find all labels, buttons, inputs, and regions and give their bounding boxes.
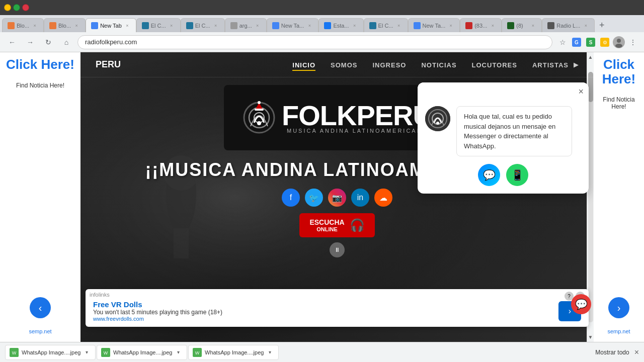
tab-close-12[interactable]: × xyxy=(529,22,536,29)
tab-8[interactable]: Esta... × xyxy=(318,18,363,32)
tab-favicon-12 xyxy=(507,22,514,29)
extension-icon-3[interactable]: ⚙ xyxy=(599,36,611,48)
svg-rect-19 xyxy=(255,109,264,111)
tab-3-active[interactable]: New Tab × xyxy=(86,18,136,32)
nav-noticias-anchor[interactable]: NOTICIAS xyxy=(421,61,456,69)
nav-somos-anchor[interactable]: SOMOS xyxy=(331,61,357,69)
tab-close-8[interactable]: × xyxy=(351,22,358,29)
right-semp-link[interactable]: semp.net xyxy=(607,328,630,334)
extension-icon-1[interactable]: G xyxy=(571,36,583,48)
facebook-icon[interactable]: f xyxy=(282,189,300,207)
nav-artistas-anchor[interactable]: ARTISTAS xyxy=(532,61,569,69)
tab-10[interactable]: New Ta... × xyxy=(408,18,460,32)
tab-label-9: El C... xyxy=(378,23,393,29)
left-semp-link[interactable]: semp.net xyxy=(29,328,51,334)
tab-close-9[interactable]: × xyxy=(395,22,403,29)
tab-5[interactable]: El C... × xyxy=(181,18,225,32)
download-item-1[interactable]: W WhatsApp Image....jpeg ▾ xyxy=(5,345,96,360)
download-item-2[interactable]: W WhatsApp Image....jpeg ▾ xyxy=(97,345,187,360)
refresh-button[interactable]: ↻ xyxy=(41,35,55,49)
nav-inicio-anchor[interactable]: INICIO xyxy=(292,61,315,71)
chat-close-button[interactable]: × xyxy=(578,86,584,97)
chat-action-buttons: 💬 📱 xyxy=(425,164,581,186)
linkedin-icon[interactable]: in xyxy=(351,189,369,207)
right-click-here[interactable]: Click Here! xyxy=(599,57,639,86)
nav-more-button[interactable]: ▶ xyxy=(574,61,579,68)
pause-button[interactable]: ⏸ xyxy=(330,242,345,257)
tab-close-1[interactable]: × xyxy=(31,22,38,29)
tab-13[interactable]: Radio L... × xyxy=(542,18,595,32)
ad-description-text: You won't last 5 minutes playing this ga… xyxy=(93,309,551,316)
right-next-arrow[interactable]: › xyxy=(608,297,629,318)
bookmark-icon[interactable]: ☆ xyxy=(556,36,569,48)
nav-link-artistas[interactable]: ARTISTAS xyxy=(532,60,569,69)
twitter-icon[interactable]: 🐦 xyxy=(305,189,323,207)
download-item-3[interactable]: W WhatsApp Image....jpeg ▾ xyxy=(188,345,279,360)
soundcloud-icon[interactable]: ☁ xyxy=(374,189,392,207)
download-chevron-1[interactable]: ▾ xyxy=(86,349,88,355)
tab-12[interactable]: (8) × xyxy=(502,18,542,32)
tab-9[interactable]: El C... × xyxy=(364,18,408,32)
ad-title-text[interactable]: Free VR Dolls xyxy=(93,300,551,309)
logo-text-group: FOLKPERU MUSICA ANDINA LATINOAMERICANA xyxy=(282,102,433,134)
tab-close-2[interactable]: × xyxy=(73,22,80,29)
download-icon-2: W xyxy=(101,348,110,357)
show-all-downloads-button[interactable]: Mostrar todo xyxy=(595,349,629,356)
download-chevron-3[interactable]: ▾ xyxy=(269,349,271,355)
downloads-close-button[interactable]: × xyxy=(634,348,639,357)
close-button[interactable] xyxy=(22,4,29,11)
user-avatar[interactable] xyxy=(613,36,625,48)
tab-close-5[interactable]: × xyxy=(212,22,219,29)
tab-close-7[interactable]: × xyxy=(306,22,313,29)
instagram-icon[interactable]: 📷 xyxy=(328,189,346,207)
tab-close-11[interactable]: × xyxy=(489,22,496,29)
tab-6[interactable]: arg... × xyxy=(225,18,267,32)
home-button[interactable]: ⌂ xyxy=(59,35,73,49)
tab-2[interactable]: Blo... × xyxy=(44,18,86,32)
chat-popup-header: × xyxy=(418,82,589,101)
minimize-button[interactable] xyxy=(4,4,11,11)
tab-label-12: (8) xyxy=(516,23,523,29)
nav-link-noticias[interactable]: NOTICIAS xyxy=(421,60,456,69)
new-tab-button[interactable]: + xyxy=(595,18,609,32)
left-click-here[interactable]: Click Here! xyxy=(6,57,74,72)
tab-close-3[interactable]: × xyxy=(124,22,131,29)
tab-7[interactable]: New Ta... × xyxy=(267,18,319,32)
ad-cta-icon: › xyxy=(569,307,571,316)
tab-close-10[interactable]: × xyxy=(447,22,454,29)
tab-4[interactable]: El C... × xyxy=(136,18,181,32)
nav-ingreso-anchor[interactable]: INGRESO xyxy=(372,61,406,69)
chat-support-button[interactable]: 💬 xyxy=(571,294,591,314)
chat-message-bubble: Hola que tal, cual es tu pedido musical … xyxy=(456,106,572,156)
whatsapp-button[interactable]: 📱 xyxy=(506,164,528,186)
nav-link-inicio[interactable]: INICIO xyxy=(292,60,315,69)
forward-button[interactable]: → xyxy=(23,35,37,49)
ad-logo-label: infolinks xyxy=(90,292,110,298)
toolbar-icons: ☆ G S ⚙ ⋮ xyxy=(556,36,639,48)
tab-11[interactable]: (83... × xyxy=(460,18,502,32)
menu-button[interactable]: ⋮ xyxy=(627,36,639,48)
tab-favicon-6 xyxy=(230,22,237,29)
nav-link-locutores[interactable]: LOCUTORES xyxy=(472,60,517,69)
tab-close-4[interactable]: × xyxy=(168,22,175,29)
listen-online-button[interactable]: ESCUCHA ONLINE 🎧 xyxy=(299,213,374,237)
download-label-3: WhatsApp Image....jpeg xyxy=(205,349,264,355)
back-button[interactable]: ← xyxy=(5,35,19,49)
messenger-button[interactable]: 💬 xyxy=(478,164,500,186)
tab-close-6[interactable]: × xyxy=(254,22,261,29)
ad-url-text[interactable]: www.freevrdolls.com xyxy=(93,316,551,322)
tab-label-11: (83... xyxy=(474,23,487,29)
tab-close-13[interactable]: × xyxy=(582,22,589,29)
logo-sub-text: MUSICA ANDINA LATINOAMERICANA xyxy=(282,128,433,134)
tab-1[interactable]: Blo... × xyxy=(2,18,44,32)
nav-locutores-anchor[interactable]: LOCUTORES xyxy=(472,61,517,69)
maximize-button[interactable] xyxy=(13,4,20,11)
download-chevron-2[interactable]: ▾ xyxy=(177,349,180,355)
extension-icon-2[interactable]: S xyxy=(585,36,597,48)
left-prev-arrow[interactable]: ‹ xyxy=(30,297,51,318)
nav-link-ingreso[interactable]: INGRESO xyxy=(372,60,406,69)
scrollbar-down-arrow[interactable]: ▼ xyxy=(586,332,594,342)
chat-popup: × xyxy=(418,82,589,194)
nav-link-somos[interactable]: SOMOS xyxy=(331,60,357,69)
url-bar[interactable]: radiofolkperu.com xyxy=(77,35,552,49)
